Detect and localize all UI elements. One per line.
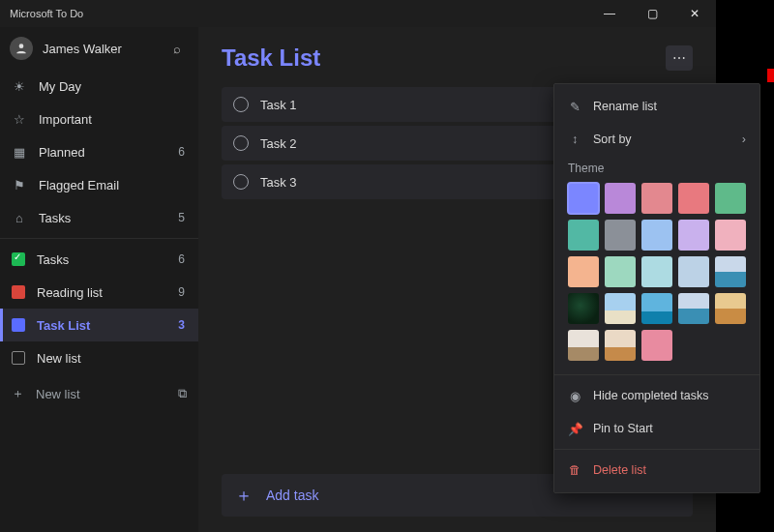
sidebar-item-count: 3 — [178, 318, 185, 332]
theme-thumbnail[interactable] — [605, 293, 636, 324]
sidebar-smart-important[interactable]: ☆Important — [0, 103, 198, 135]
avatar — [10, 37, 33, 60]
theme-color-swatch[interactable] — [641, 256, 672, 287]
window-controls: — ▢ ✕ — [588, 0, 716, 27]
theme-color-swatch[interactable] — [641, 220, 672, 251]
maximize-button[interactable]: ▢ — [631, 0, 673, 27]
sidebar-item-label: Reading list — [37, 285, 103, 300]
profile-row[interactable]: James Walker ⌕ — [0, 27, 198, 70]
task-complete-checkbox[interactable] — [233, 135, 249, 151]
task-title: Task 2 — [260, 136, 297, 151]
theme-thumbnail[interactable] — [568, 330, 599, 361]
list-icon: ☀ — [12, 79, 27, 94]
menu-separator — [554, 449, 759, 450]
menu-theme-heading: Theme — [554, 156, 759, 181]
sidebar-item-label: Tasks — [39, 211, 71, 225]
sidebar-divider — [0, 238, 198, 239]
sidebar-smart-planned[interactable]: ▦Planned6 — [0, 135, 198, 168]
theme-color-swatch[interactable] — [568, 183, 599, 214]
chevron-right-icon: › — [742, 133, 746, 146]
sidebar-list-task-list[interactable]: Task List3 — [0, 309, 198, 341]
task-title: Task 3 — [260, 175, 297, 190]
list-title[interactable]: Task List — [222, 44, 320, 72]
sidebar-list-new-list[interactable]: New list — [0, 341, 198, 374]
list-icon: ▦ — [12, 145, 27, 160]
trash-icon: 🗑 — [568, 463, 581, 477]
theme-thumbnail[interactable] — [678, 293, 709, 324]
theme-color-swatch[interactable] — [605, 256, 636, 287]
menu-hide-completed-label: Hide completed tasks — [593, 389, 709, 402]
list-color-icon — [12, 252, 25, 266]
sidebar-item-count: 6 — [178, 252, 185, 266]
pin-icon: 📌 — [568, 422, 581, 436]
theme-swatches — [554, 181, 759, 370]
theme-color-swatch[interactable] — [715, 220, 746, 251]
plus-icon: ＋ — [235, 484, 253, 507]
sidebar-smart-flagged-email[interactable]: ⚑Flagged Email — [0, 168, 198, 201]
task-title: Task 1 — [260, 98, 297, 112]
theme-thumbnail[interactable] — [715, 293, 746, 324]
list-color-icon — [12, 285, 25, 299]
sidebar-item-label: Task List — [37, 318, 90, 333]
theme-color-swatch[interactable] — [605, 183, 636, 214]
theme-color-swatch[interactable] — [678, 220, 709, 251]
menu-delete[interactable]: 🗑 Delete list — [554, 454, 759, 487]
sidebar-item-label: Important — [39, 112, 92, 127]
svg-point-0 — [19, 44, 24, 48]
search-icon[interactable]: ⌕ — [165, 42, 189, 56]
menu-separator — [554, 374, 759, 375]
sidebar-item-count: 9 — [178, 285, 185, 299]
create-group-icon[interactable]: ⧉ — [178, 386, 187, 401]
close-button[interactable]: ✕ — [673, 0, 716, 27]
theme-color-swatch[interactable] — [568, 220, 599, 251]
menu-pin-label: Pin to Start — [593, 422, 653, 435]
task-complete-checkbox[interactable] — [233, 97, 249, 112]
theme-color-swatch[interactable] — [641, 330, 672, 361]
sidebar-list-reading-list[interactable]: Reading list9 — [0, 276, 198, 309]
annotation-arrow — [767, 62, 774, 89]
list-icon: ⌂ — [12, 211, 27, 225]
theme-color-swatch[interactable] — [605, 220, 636, 251]
sidebar-list-tasks[interactable]: Tasks6 — [0, 243, 198, 276]
sidebar-item-label: Flagged Email — [39, 178, 119, 192]
theme-color-swatch[interactable] — [678, 183, 709, 214]
theme-thumbnail[interactable] — [605, 330, 636, 361]
sidebar: James Walker ⌕ ☀My Day☆Important▦Planned… — [0, 27, 198, 532]
theme-thumbnail[interactable] — [568, 293, 599, 324]
sidebar-smart-my-day[interactable]: ☀My Day — [0, 70, 198, 103]
sidebar-item-label: New list — [37, 351, 81, 366]
task-complete-checkbox[interactable] — [233, 174, 249, 190]
theme-thumbnail[interactable] — [715, 256, 746, 287]
user-name: James Walker — [43, 42, 122, 56]
more-options-button[interactable]: ⋯ — [666, 45, 693, 71]
sidebar-smart-tasks[interactable]: ⌂Tasks5 — [0, 201, 198, 234]
menu-sort-label: Sort by — [593, 133, 632, 146]
menu-rename[interactable]: ✎ Rename list — [554, 90, 759, 123]
theme-color-swatch[interactable] — [568, 256, 599, 287]
menu-hide-completed[interactable]: ◉ Hide completed tasks — [554, 379, 759, 412]
sort-icon: ↕ — [568, 133, 581, 146]
sidebar-item-label: Tasks — [37, 252, 69, 267]
minimize-button[interactable]: — — [588, 0, 631, 27]
add-task-label: Add task — [266, 488, 318, 503]
list-color-icon — [12, 318, 25, 332]
plus-icon: ＋ — [12, 385, 24, 402]
menu-delete-label: Delete list — [593, 463, 646, 477]
app-title: Microsoft To Do — [10, 8, 83, 19]
theme-color-swatch[interactable] — [715, 183, 746, 214]
new-list-button[interactable]: ＋ New list ⧉ — [0, 374, 198, 413]
menu-pin[interactable]: 📌 Pin to Start — [554, 412, 759, 445]
list-icon: ☆ — [12, 112, 27, 127]
menu-sort[interactable]: ↕ Sort by › — [554, 123, 759, 156]
sidebar-item-count: 5 — [178, 211, 185, 224]
titlebar: Microsoft To Do — ▢ ✕ — [0, 0, 716, 27]
sidebar-item-count: 6 — [178, 145, 185, 159]
menu-rename-label: Rename list — [593, 100, 657, 113]
pencil-icon: ✎ — [568, 100, 581, 114]
main-panel: Task List ⋯ Task 1Task 2Task 3 ＋ Add tas… — [198, 27, 716, 532]
list-color-icon — [12, 351, 25, 365]
theme-color-swatch[interactable] — [641, 183, 672, 214]
sidebar-item-label: My Day — [39, 79, 81, 94]
theme-color-swatch[interactable] — [678, 256, 709, 287]
theme-thumbnail[interactable] — [641, 293, 672, 324]
